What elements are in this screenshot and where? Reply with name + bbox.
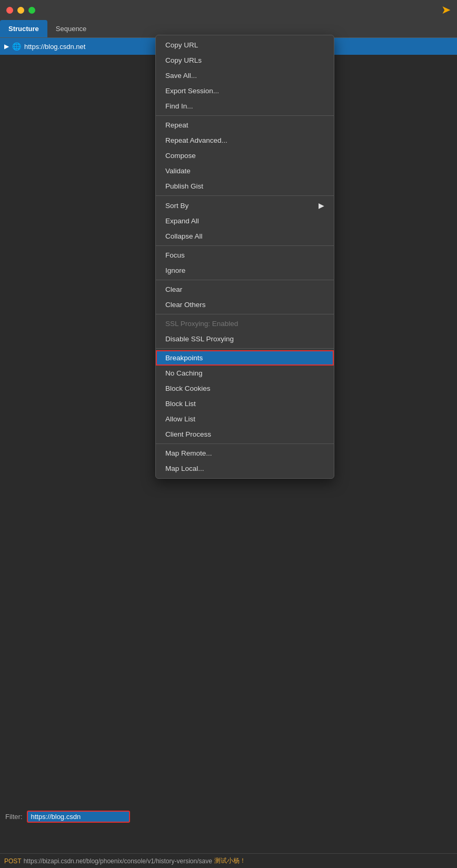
filter-input-wrapper[interactable] xyxy=(27,811,130,823)
menu-separator-4 xyxy=(156,280,334,280)
url-display[interactable]: https://blog.csdn.net xyxy=(24,43,85,51)
status-bar: POST https://bizapi.csdn.net/blog/phoeni… xyxy=(0,853,457,868)
menu-item-find-in[interactable]: Find In... xyxy=(156,98,334,114)
chevron-right-icon: ▶ xyxy=(4,43,9,50)
traffic-light-green[interactable] xyxy=(28,7,35,14)
status-url: https://bizapi.csdn.net/blog/phoenix/con… xyxy=(24,857,212,865)
menu-item-export-session[interactable]: Export Session... xyxy=(156,83,334,98)
menu-item-clear[interactable]: Clear xyxy=(156,282,334,297)
menu-item-validate[interactable]: Validate xyxy=(156,163,334,179)
menu-item-ignore[interactable]: Ignore xyxy=(156,263,334,278)
menu-item-focus[interactable]: Focus xyxy=(156,248,334,263)
menu-item-repeat[interactable]: Repeat xyxy=(156,117,334,133)
menu-item-map-remote[interactable]: Map Remote... xyxy=(156,446,334,461)
menu-item-sort-by[interactable]: Sort By ▶ xyxy=(156,198,334,213)
menu-item-collapse-all[interactable]: Collapse All xyxy=(156,229,334,244)
traffic-light-yellow[interactable] xyxy=(17,7,24,14)
top-right-arrow-icon: ➤ xyxy=(441,3,451,17)
menu-item-copy-urls[interactable]: Copy URLs xyxy=(156,53,334,68)
menu-separator-6 xyxy=(156,348,334,349)
menu-item-allow-list[interactable]: Allow List xyxy=(156,411,334,427)
sort-by-label: Sort By xyxy=(165,202,188,210)
menu-separator-1 xyxy=(156,115,334,116)
menu-separator-3 xyxy=(156,245,334,246)
filter-label: Filter: xyxy=(5,813,23,821)
tab-sequence[interactable]: Sequence xyxy=(47,20,95,37)
menu-item-clear-others[interactable]: Clear Others xyxy=(156,297,334,312)
bottom-filter-bar: Filter: xyxy=(0,807,457,826)
menu-item-breakpoints[interactable]: Breakpoints xyxy=(156,350,334,366)
menu-item-ssl-proxying-enabled: SSL Proxying: Enabled xyxy=(156,316,334,331)
menu-item-expand-all[interactable]: Expand All xyxy=(156,213,334,229)
menu-separator-5 xyxy=(156,314,334,314)
tab-structure[interactable]: Structure xyxy=(0,20,47,37)
menu-item-map-local[interactable]: Map Local... xyxy=(156,461,334,476)
menu-item-disable-ssl-proxying[interactable]: Disable SSL Proxying xyxy=(156,331,334,347)
globe-icon: 🌐 xyxy=(12,42,21,51)
status-trailing-text: 测试小杨！ xyxy=(214,856,246,865)
menu-item-compose[interactable]: Compose xyxy=(156,148,334,163)
traffic-light-red[interactable] xyxy=(6,7,13,14)
menu-item-publish-gist[interactable]: Publish Gist xyxy=(156,179,334,194)
menu-item-block-list[interactable]: Block List xyxy=(156,396,334,411)
menu-separator-2 xyxy=(156,195,334,196)
menu-item-repeat-advanced[interactable]: Repeat Advanced... xyxy=(156,133,334,148)
menu-item-no-caching[interactable]: No Caching xyxy=(156,366,334,381)
menu-item-client-process[interactable]: Client Process xyxy=(156,427,334,442)
status-method: POST xyxy=(4,857,22,865)
menu-item-save-all[interactable]: Save All... xyxy=(156,68,334,83)
menu-item-copy-url[interactable]: Copy URL xyxy=(156,37,334,53)
menu-separator-7 xyxy=(156,443,334,444)
menu-item-block-cookies[interactable]: Block Cookies xyxy=(156,381,334,396)
context-menu: Copy URL Copy URLs Save All... Export Se… xyxy=(155,35,334,479)
filter-input[interactable] xyxy=(31,813,126,821)
submenu-arrow-icon: ▶ xyxy=(319,201,324,210)
title-bar xyxy=(0,0,457,20)
